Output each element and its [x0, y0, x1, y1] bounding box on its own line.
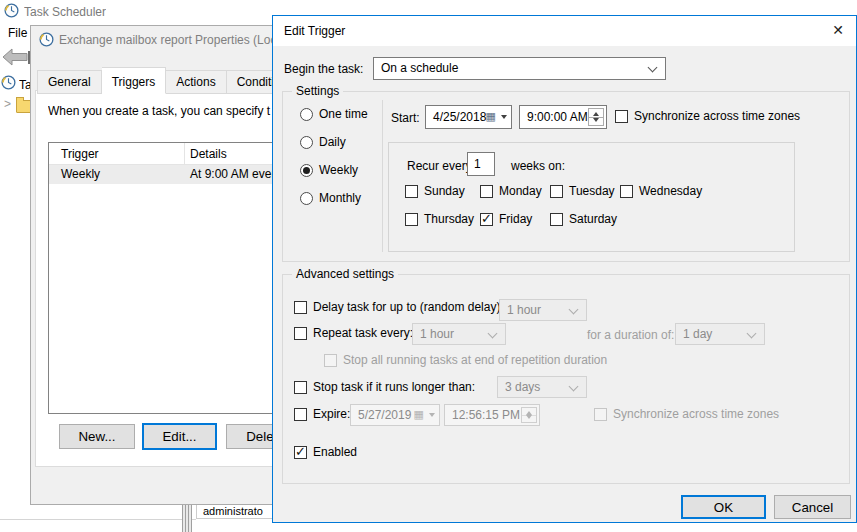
start-time-value: 9:00:00 AM	[527, 110, 588, 124]
screen: Task Scheduler File Ta > administrato Ex…	[0, 0, 857, 532]
checkbox-icon[interactable]	[405, 213, 418, 226]
trigger-cell[interactable]: Weekly	[49, 165, 185, 184]
close-icon[interactable]: ✕	[832, 22, 844, 38]
tree-expander-icon[interactable]: >	[4, 97, 11, 111]
column-trigger[interactable]: Trigger	[49, 143, 185, 164]
checkbox-icon	[594, 408, 607, 421]
chevron-down-icon	[648, 63, 658, 73]
expire-time-picker: 12:56:15 PM	[444, 404, 540, 426]
checkbox-icon[interactable]	[480, 185, 493, 198]
radio-icon[interactable]	[300, 164, 313, 177]
edit-trigger-dialog: Edit Trigger ✕ Begin the task: On a sche…	[272, 15, 857, 523]
tab-actions[interactable]: Actions	[166, 70, 226, 94]
expire-checkbox[interactable]: Expire:	[294, 407, 350, 421]
duration-select: 1 day	[675, 323, 765, 345]
checkbox-icon[interactable]	[405, 185, 418, 198]
time-spinner	[521, 407, 537, 423]
triggers-tab-page: When you create a task, you can specify …	[35, 90, 281, 467]
checkbox-icon[interactable]	[550, 213, 563, 226]
dialog-title: Exchange mailbox report Properties (Loc	[59, 33, 277, 47]
folder-tab	[16, 97, 24, 101]
trigger-list-header[interactable]: Trigger Details	[49, 143, 275, 165]
tab-general[interactable]: General	[37, 70, 102, 94]
page-description: When you create a task, you can specify …	[48, 104, 278, 118]
calendar-icon: ▦	[486, 110, 496, 123]
radio-daily[interactable]: Daily	[300, 135, 346, 149]
calendar-icon: ▦	[414, 408, 424, 421]
chevron-down-icon	[569, 305, 579, 315]
duration-label: for a duration of:	[587, 328, 674, 342]
dropdown-arrow-icon	[429, 413, 435, 417]
checkbox-icon[interactable]	[294, 301, 307, 314]
trigger-list[interactable]: Trigger Details Weekly At 9:00 AM every	[48, 142, 276, 414]
start-label: Start:	[391, 111, 420, 125]
window-title: Task Scheduler	[24, 5, 106, 19]
repeat-interval-select: 1 hour	[412, 323, 506, 345]
radio-weekly[interactable]: Weekly	[300, 163, 358, 177]
weeks-on-label: weeks on:	[511, 159, 565, 173]
column-details[interactable]: Details	[185, 143, 275, 164]
advanced-settings-label: Advanced settings	[292, 267, 398, 281]
start-date-value: 4/25/2018	[433, 110, 486, 124]
saturday-checkbox[interactable]: Saturday	[550, 212, 617, 226]
spinner-divider	[589, 117, 603, 118]
begin-task-label: Begin the task:	[284, 62, 363, 76]
cancel-button[interactable]: Cancel	[774, 495, 851, 519]
expire-sync-checkbox: Synchronize across time zones	[594, 407, 779, 421]
radio-monthly[interactable]: Monthly	[300, 191, 361, 205]
details-cell[interactable]: At 9:00 AM every	[185, 165, 275, 184]
tab-strip: General Triggers Actions Conditions	[37, 70, 304, 94]
edit-button[interactable]: Edit...	[142, 423, 217, 450]
new-button[interactable]: New...	[59, 424, 135, 449]
checkbox-icon[interactable]	[294, 408, 307, 421]
radio-icon[interactable]	[300, 136, 313, 149]
checkbox-icon[interactable]	[480, 213, 493, 226]
stop-all-tasks-checkbox: Stop all running tasks at end of repetit…	[324, 353, 607, 367]
start-time-picker[interactable]: 9:00:00 AM	[519, 105, 607, 129]
wednesday-checkbox[interactable]: Wednesday	[620, 184, 702, 198]
thursday-checkbox[interactable]: Thursday	[405, 212, 474, 226]
sunday-checkbox[interactable]: Sunday	[405, 184, 465, 198]
sync-timezones-checkbox[interactable]: Synchronize across time zones	[615, 109, 800, 123]
recur-interval-input[interactable]: 1	[467, 152, 495, 176]
radio-icon[interactable]	[300, 108, 313, 121]
stop-task-duration-select: 3 days	[497, 376, 587, 398]
ok-button[interactable]: OK	[681, 495, 766, 519]
advanced-settings-group: Advanced settings Delay task for up to (…	[282, 274, 850, 484]
start-date-picker[interactable]: 4/25/2018 ▦	[425, 105, 512, 129]
edit-trigger-title: Edit Trigger	[284, 24, 345, 38]
checkbox-icon[interactable]	[620, 185, 633, 198]
friday-checkbox[interactable]: Friday	[480, 212, 532, 226]
back-icon[interactable]	[2, 48, 28, 69]
time-spinner[interactable]	[588, 108, 604, 126]
delay-task-checkbox[interactable]: Delay task for up to (random delay):	[294, 300, 504, 314]
edit-trigger-titlebar: Edit Trigger ✕	[273, 16, 856, 46]
tab-triggers[interactable]: Triggers	[102, 67, 167, 94]
checkbox-icon[interactable]	[294, 381, 307, 394]
checkbox-icon[interactable]	[615, 110, 628, 123]
checkbox-icon[interactable]	[550, 185, 563, 198]
enabled-checkbox[interactable]: Enabled	[294, 445, 357, 459]
repeat-task-checkbox[interactable]: Repeat task every:	[294, 326, 413, 340]
menu-file[interactable]: File	[8, 26, 27, 40]
tree-clock-icon	[1, 75, 16, 93]
chevron-down-icon	[747, 329, 757, 339]
properties-dialog: Exchange mailbox report Properties (Loc …	[30, 25, 280, 505]
recur-every-label: Recur every:	[407, 159, 475, 173]
trigger-row[interactable]: Weekly At 9:00 AM every	[49, 165, 275, 184]
pane-splitter[interactable]	[182, 502, 192, 532]
delay-duration-select: 1 hour	[499, 299, 587, 321]
settings-group-label: Settings	[292, 84, 343, 98]
tuesday-checkbox[interactable]: Tuesday	[550, 184, 615, 198]
begin-task-select[interactable]: On a schedule	[373, 57, 666, 80]
monday-checkbox[interactable]: Monday	[480, 184, 542, 198]
checkbox-icon[interactable]	[294, 446, 307, 459]
statusbar-divider	[0, 519, 196, 520]
radio-icon[interactable]	[300, 192, 313, 205]
dropdown-arrow-icon[interactable]	[501, 115, 507, 119]
begin-task-value: On a schedule	[381, 61, 458, 75]
checkbox-icon[interactable]	[294, 327, 307, 340]
stop-task-checkbox[interactable]: Stop task if it runs longer than:	[294, 380, 475, 394]
radio-one-time[interactable]: One time	[300, 107, 368, 121]
checkbox-icon	[324, 354, 337, 367]
